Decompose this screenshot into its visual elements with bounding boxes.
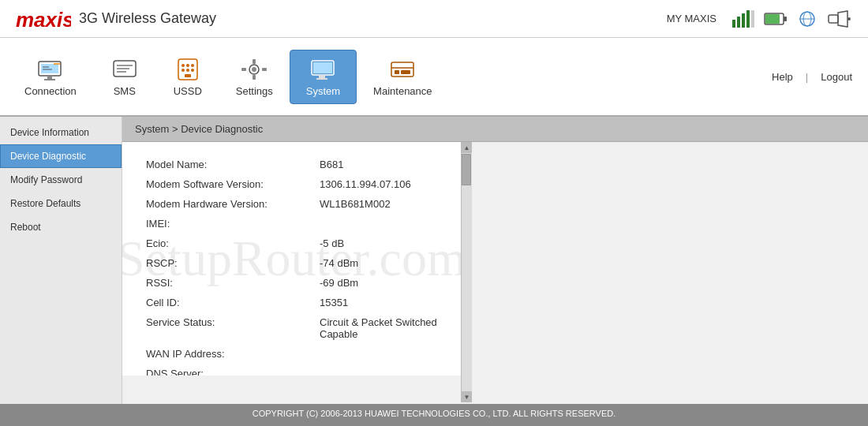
breadcrumb: System > Device Diagnostic [122,117,868,142]
svg-marker-13 [838,11,847,27]
svg-rect-2 [737,17,740,28]
my-maxis-label: MY MAXIS [667,13,716,24]
scroll-thumb[interactable] [462,154,471,185]
content-area: System > Device Diagnostic SetupRouter.c… [122,117,868,404]
svg-rect-1 [732,20,735,28]
svg-rect-37 [253,75,256,80]
info-row: RSSI:-69 dBm [146,273,437,293]
info-label: Cell ID: [146,297,320,308]
info-label: RSSI: [146,277,320,289]
svg-rect-5 [751,10,754,28]
nav-label-system: System [306,85,340,97]
svg-point-14 [847,17,851,21]
info-value: -74 dBm [320,257,358,269]
svg-rect-3 [742,13,745,28]
info-label: Modem Software Version: [146,178,320,190]
scroll-up-arrow[interactable]: ▲ [461,142,472,153]
battery-icon [764,10,788,28]
svg-rect-8 [765,14,780,24]
info-value: WL1B681M002 [320,198,391,210]
nav-item-ussd[interactable]: USSD [156,50,219,104]
svg-point-29 [191,64,194,67]
svg-rect-12 [829,15,838,23]
settings-icon [240,57,268,82]
help-link[interactable]: Help [772,71,793,83]
scrollbar[interactable]: ▲ ▼ [461,142,472,402]
info-label: RSCP: [146,257,320,269]
globe-icon [797,10,817,28]
svg-rect-44 [391,62,413,77]
sidebar: Device Information Device Diagnostic Mod… [0,117,122,404]
nav-label-connection: Connection [24,85,77,97]
sms-icon [110,57,139,82]
ussd-icon [174,57,202,82]
info-row: Service Status:Circuit & Packet Switched… [146,312,437,344]
info-row: WAN IP Address: [146,344,437,364]
sidebar-item-device-diagnostic[interactable]: Device Diagnostic [0,144,122,168]
svg-rect-46 [395,70,399,74]
svg-point-32 [191,69,194,72]
nav-item-system[interactable]: System [290,50,357,104]
content-body: SetupRouter.com Model Name:B681Modem Sof… [122,142,461,376]
svg-rect-17 [47,76,52,79]
info-value: B681 [320,159,343,170]
svg-rect-43 [316,78,327,80]
info-label: WAN IP Address: [146,348,320,360]
sidebar-item-restore-defaults[interactable]: Restore Defaults [0,192,122,215]
svg-rect-42 [319,75,325,78]
sidebar-item-reboot[interactable]: Reboot [0,215,122,239]
svg-rect-38 [241,68,246,71]
svg-point-35 [252,67,256,72]
info-row: Model Name:B681 [146,155,437,174]
nav-item-settings[interactable]: Settings [219,50,290,104]
nav-item-connection[interactable]: Connection [8,50,93,104]
scroll-track [462,153,472,391]
info-value: 1306.11.994.07.106 [320,178,411,190]
nav-right: Help | Logout [772,71,860,83]
nav-bar: Connection SMS [8,50,772,104]
connection-icon [36,57,65,82]
info-value: 15351 [320,297,348,308]
info-label: IMEI: [146,218,320,230]
svg-rect-47 [401,70,410,74]
info-label: Model Name: [146,159,320,170]
sidebar-item-device-information[interactable]: Device Information [0,121,122,144]
svg-point-28 [186,64,189,67]
info-row: IMEI: [146,214,437,234]
info-label: DNS Server: [146,368,320,376]
sidebar-item-modify-password[interactable]: Modify Password [0,168,122,192]
signal-icon [732,10,754,28]
info-row: DNS Server: [146,364,437,376]
scroll-down-arrow[interactable]: ▼ [461,391,472,402]
my-maxis-area: MY MAXIS [667,10,852,28]
svg-point-30 [181,69,185,72]
svg-text:maxis: maxis [16,8,71,32]
info-row: Modem Software Version:1306.11.994.07.10… [146,174,437,194]
nav-item-maintenance[interactable]: Maintenance [357,50,448,104]
info-value: -5 dB [320,237,344,249]
info-label: Modem Hardware Version: [146,198,320,210]
maintenance-icon [388,57,417,82]
info-label: Ecio: [146,237,320,249]
footer: COPYRIGHT (C) 2006-2013 HUAWEI TECHNOLOG… [0,404,868,426]
nav-label-maintenance: Maintenance [373,85,432,97]
nav-label-ussd: USSD [174,85,202,97]
svg-rect-36 [253,59,256,64]
svg-rect-39 [262,68,267,71]
svg-rect-16 [41,64,58,73]
speaker-icon [827,10,852,28]
info-row: Modem Hardware Version:WL1B681M002 [146,194,437,214]
system-icon [309,57,337,82]
svg-rect-4 [746,10,750,28]
info-value: -69 dBm [320,277,358,289]
svg-point-31 [186,69,189,72]
nav-item-sms[interactable]: SMS [93,50,156,104]
svg-rect-18 [44,79,55,80]
logout-link[interactable]: Logout [821,71,852,83]
info-row: Cell ID:15351 [146,293,437,312]
info-row: RSCP:-74 dBm [146,253,437,273]
info-label: Service Status: [146,316,320,328]
svg-rect-7 [784,17,787,21]
nav-label-sms: SMS [114,85,136,97]
info-table: Model Name:B681Modem Software Version:13… [146,155,437,376]
